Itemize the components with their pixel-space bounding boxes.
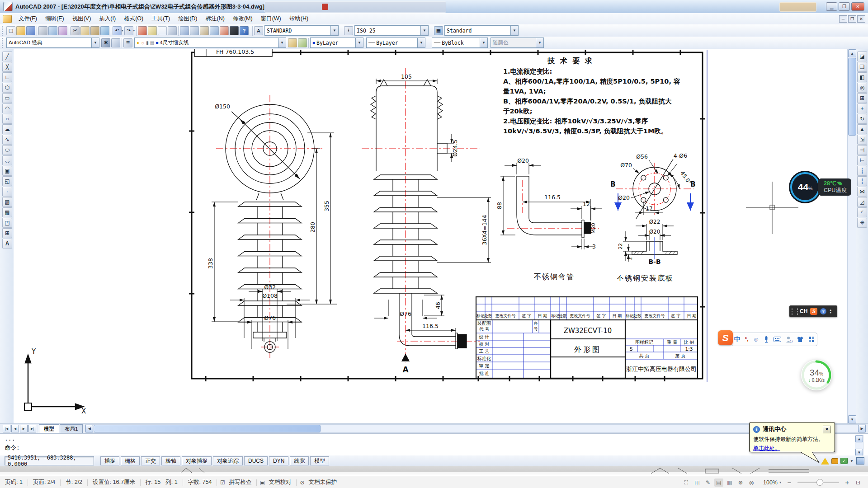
ellipse-arc-icon[interactable]: ◡ [2, 155, 12, 165]
layer-dropdown-arrow[interactable]: ▼ [278, 38, 286, 47]
spellcheck-icon[interactable]: ☑ [218, 479, 227, 487]
zoom-in-button[interactable]: + [843, 479, 852, 487]
copy-button[interactable] [80, 26, 90, 35]
linetype-dropdown-arrow[interactable]: ▼ [417, 38, 425, 47]
close-button[interactable]: ✕ [851, 2, 864, 11]
lock-tray-icon[interactable] [831, 458, 838, 464]
color-dropdown-arrow[interactable]: ▼ [355, 38, 363, 47]
outline-view-icon[interactable]: ▥ [725, 479, 734, 487]
open-file-button[interactable] [16, 26, 25, 35]
zoom-slider[interactable] [797, 482, 839, 483]
tool-palettes-button[interactable] [200, 26, 209, 35]
save-file-button[interactable] [26, 26, 35, 35]
match-properties-button[interactable] [100, 26, 109, 35]
ime-help-icon[interactable]: ? [820, 308, 826, 314]
plot-button[interactable] [38, 26, 47, 35]
wps-protect[interactable]: 文档未保护 [307, 479, 342, 486]
command-window[interactable]: ... 命令: ▲ ▼ [0, 433, 868, 457]
insert-block-icon[interactable]: ▣ [2, 166, 12, 176]
properties-button[interactable] [180, 26, 189, 35]
dim-style-dropdown-arrow[interactable]: ▼ [420, 26, 428, 35]
toolbar-grip[interactable] [2, 26, 5, 36]
wps-zoom-value[interactable]: 100% [757, 479, 779, 486]
menu-window[interactable]: 窗口(W) [257, 13, 285, 24]
wps-word-count[interactable]: 字数: 754 [183, 479, 217, 486]
arc-icon[interactable]: ◠ [2, 103, 12, 113]
construction-line-icon[interactable]: ╳ [2, 62, 12, 72]
pan-button[interactable] [138, 26, 147, 35]
gradient-icon[interactable]: ▩ [2, 207, 12, 217]
clean-screen-icon[interactable] [856, 457, 864, 465]
stretch-icon[interactable]: ⇲ [857, 135, 867, 145]
tab-first-button[interactable]: |◀ [3, 425, 10, 432]
soft-keyboard-icon[interactable] [774, 337, 781, 342]
sogou-ime-icon[interactable]: S [810, 308, 817, 315]
menu-draw[interactable]: 绘图(D) [174, 13, 201, 24]
redo-dropdown-arrow[interactable]: ▾ [133, 29, 135, 33]
punctuation-icon[interactable]: °, [745, 336, 749, 343]
color-combo[interactable]: ■ ByLayer ▼ [310, 38, 363, 48]
undo-button[interactable]: ↶ [113, 26, 122, 35]
lineweight-dropdown-arrow[interactable]: ▼ [480, 38, 487, 47]
skin-icon[interactable] [797, 336, 804, 343]
balloon-close-button[interactable]: ✕ [823, 426, 831, 433]
cpu-monitor-widget[interactable]: 44 % 28℃ CPU温度 [790, 172, 851, 202]
grid-toggle[interactable]: 栅格 [121, 456, 140, 465]
undo-dropdown-arrow[interactable]: ▾ [122, 29, 123, 33]
polygon-icon[interactable]: ⬡ [2, 83, 12, 93]
ellipse-icon[interactable]: ⬭ [2, 145, 12, 155]
spline-icon[interactable]: ∿ [2, 135, 12, 145]
menu-modify[interactable]: 修改(M) [229, 13, 257, 24]
markup-set-manager-button[interactable] [220, 26, 229, 35]
scroll-down-arrow[interactable]: ▼ [848, 415, 856, 423]
minimize-button[interactable]: ▁ [826, 2, 837, 11]
network-speed-widget[interactable]: 34% ↓ 0.1K/s [801, 360, 832, 390]
wps-spellcheck[interactable]: 拼写检查 [228, 479, 256, 486]
layer-properties-button[interactable]: ≣ [123, 38, 132, 47]
menu-view[interactable]: 视图(V) [68, 13, 95, 24]
layer-previous-button[interactable] [298, 38, 307, 47]
tab-next-button[interactable]: ▶ [20, 425, 28, 432]
extend-icon[interactable]: ⊢ [857, 155, 867, 165]
help-button[interactable]: ? [240, 26, 249, 35]
new-file-button[interactable]: ▢ [6, 26, 15, 35]
fillet-icon[interactable]: ◜ [857, 207, 867, 217]
table-style-dropdown-arrow[interactable]: ▼ [510, 26, 518, 35]
menu-format[interactable]: 格式(O) [120, 13, 147, 24]
rotate-icon[interactable]: ↻ [857, 114, 867, 124]
lineweight-combo[interactable]: ── ByBlock ▼ [432, 38, 488, 48]
region-icon[interactable]: ◰ [2, 218, 12, 228]
langbar-options-icon[interactable]: ▲▼ [829, 309, 832, 314]
hatch-icon[interactable]: ▨ [2, 197, 12, 207]
menu-tools[interactable]: 工具(T) [147, 13, 174, 24]
table-style-icon[interactable]: ▦ [434, 26, 443, 35]
tab-prev-button[interactable]: ◀ [11, 425, 19, 432]
move-icon[interactable]: + [857, 103, 867, 113]
text-style-combo[interactable]: STANDARD ▼ [264, 25, 339, 36]
text-style-icon[interactable]: A [254, 26, 263, 35]
zoom-dropdown-arrow[interactable]: ▾ [779, 480, 781, 484]
workspace-save-button[interactable] [111, 38, 120, 47]
otrack-toggle[interactable]: 对象追踪 [213, 456, 243, 465]
protect-icon[interactable]: ⊘ [297, 479, 307, 487]
page-view-icon[interactable]: ▤ [714, 479, 723, 487]
redo-button[interactable]: ↷ [124, 26, 133, 35]
fullscreen-view-icon[interactable]: ⛶ [682, 479, 691, 487]
workspace-combo[interactable]: AutoCAD 经典 ▼ [6, 38, 99, 48]
linetype-combo[interactable]: ── ByLayer ▼ [366, 38, 425, 48]
ducs-toggle[interactable]: DUCS [244, 456, 268, 465]
polar-toggle[interactable]: 极轴 [161, 456, 180, 465]
join-icon[interactable]: ⋈ [857, 187, 867, 197]
snap-toggle[interactable]: 捕捉 [100, 456, 119, 465]
balloon-link[interactable]: 单击此处。 [753, 445, 831, 452]
hscroll-thumb[interactable] [94, 425, 321, 432]
chamfer-icon[interactable]: ◿ [857, 197, 867, 207]
language-bar[interactable]: CH S ? ▲▼ [789, 305, 837, 317]
toolbar-grip2[interactable] [2, 38, 5, 48]
layer-freeze-icon[interactable]: ☼ [141, 41, 145, 45]
multiline-text-icon[interactable]: A [2, 239, 12, 249]
layer-plot-icon[interactable]: ▤ [150, 41, 154, 45]
zoom-slider-thumb[interactable] [816, 479, 823, 486]
array-icon[interactable]: ⊞ [857, 93, 867, 103]
sogou-logo[interactable]: S [718, 330, 733, 345]
